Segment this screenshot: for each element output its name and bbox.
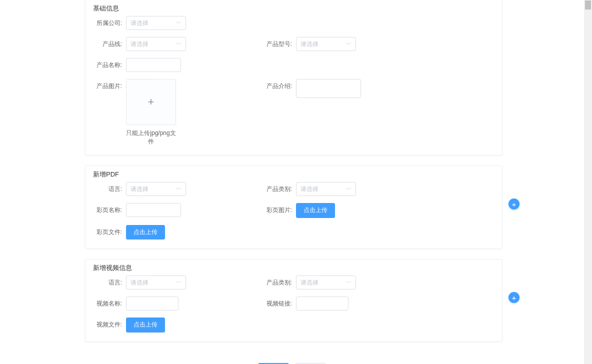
- label-pdf-category: 产品类别:: [263, 182, 296, 196]
- label-product-image: 产品图片:: [93, 79, 126, 93]
- chevron-down-icon: ﹀: [176, 40, 182, 48]
- input-product-name[interactable]: [126, 58, 181, 72]
- scrollbar-thumb[interactable]: [585, 0, 591, 10]
- select-placeholder: 请选择: [300, 185, 346, 194]
- label-page-file: 彩页文件:: [93, 225, 126, 239]
- label-product-name: 产品名称:: [93, 58, 126, 72]
- section-title-video: 新增视频信息: [93, 264, 494, 272]
- chevron-down-icon: ﹀: [346, 279, 352, 286]
- label-page-name: 彩页名称:: [93, 203, 126, 217]
- label-product-intro: 产品介绍:: [263, 79, 296, 93]
- add-pdf-button[interactable]: +: [508, 198, 520, 210]
- card-add-pdf: + 新增PDF 语言: 请选择 ﹀ 产品类别: 请选择 ﹀: [85, 166, 502, 249]
- plus-icon: +: [148, 96, 154, 108]
- section-title-basic: 基础信息: [93, 4, 494, 13]
- label-product-model: 产品型号:: [263, 37, 296, 51]
- label-video-link: 视频链接:: [263, 296, 296, 310]
- upload-page-image-button[interactable]: 点击上传: [296, 203, 335, 218]
- input-video-name[interactable]: [126, 296, 178, 310]
- chevron-down-icon: ﹀: [176, 186, 182, 193]
- card-add-video: + 新增视频信息 语言: 请选择 ﹀ 产品类别: 请选择 ﹀: [85, 259, 502, 342]
- input-page-name[interactable]: [126, 203, 181, 217]
- select-video-category[interactable]: 请选择 ﹀: [296, 276, 356, 290]
- chevron-down-icon: ﹀: [346, 186, 352, 193]
- upload-page-file-button[interactable]: 点击上传: [126, 225, 165, 240]
- plus-icon: +: [512, 200, 516, 208]
- input-video-link[interactable]: [296, 296, 348, 310]
- upload-video-file-button[interactable]: 点击上传: [126, 318, 165, 332]
- card-basic-info: 基础信息 所属公司: 请选择 ﹀ 产品线: 请选择 ﹀: [85, 0, 502, 156]
- label-video-name: 视频名称:: [93, 296, 126, 310]
- add-video-button[interactable]: +: [508, 292, 520, 303]
- label-video-language: 语言:: [93, 276, 126, 290]
- select-pdf-language[interactable]: 请选择 ﹀: [126, 182, 186, 196]
- select-placeholder: 请选择: [130, 278, 176, 287]
- select-pdf-category[interactable]: 请选择 ﹀: [296, 182, 356, 196]
- plus-icon: +: [512, 294, 516, 302]
- select-company[interactable]: 请选择 ﹀: [126, 16, 186, 30]
- select-placeholder: 请选择: [300, 40, 346, 48]
- upload-hint: 只能上传jpg/png文件: [126, 129, 176, 146]
- select-video-language[interactable]: 请选择 ﹀: [126, 276, 186, 290]
- select-placeholder: 请选择: [130, 185, 176, 194]
- textarea-product-intro[interactable]: [296, 79, 361, 98]
- label-pdf-language: 语言:: [93, 182, 126, 196]
- select-product-line[interactable]: 请选择 ﹀: [126, 37, 186, 51]
- label-page-image: 彩页图片:: [263, 203, 296, 217]
- scrollbar-track[interactable]: [584, 0, 592, 364]
- label-product-line: 产品线:: [93, 37, 126, 51]
- chevron-down-icon: ﹀: [176, 279, 182, 286]
- section-title-pdf: 新增PDF: [93, 170, 494, 179]
- upload-product-image[interactable]: +: [126, 79, 176, 125]
- label-video-category: 产品类别:: [263, 276, 296, 290]
- select-product-model[interactable]: 请选择 ﹀: [296, 37, 356, 51]
- label-video-file: 视频文件:: [93, 318, 126, 332]
- chevron-down-icon: ﹀: [346, 40, 352, 48]
- chevron-down-icon: ﹀: [176, 20, 182, 27]
- label-company: 所属公司:: [93, 16, 126, 30]
- select-placeholder: 请选择: [300, 278, 346, 287]
- select-placeholder: 请选择: [130, 19, 176, 28]
- select-placeholder: 请选择: [130, 40, 176, 48]
